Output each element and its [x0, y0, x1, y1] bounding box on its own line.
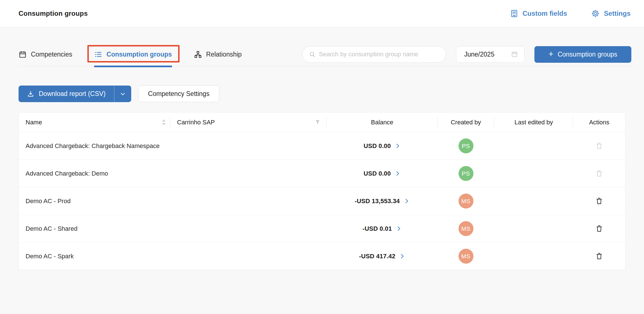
search-input[interactable]	[319, 51, 439, 58]
month-picker[interactable]: June/2025	[456, 46, 525, 63]
custom-fields-icon	[510, 9, 518, 18]
download-button-label: Download report (CSV)	[39, 90, 106, 98]
tab-consumption-groups[interactable]: Consumption groups	[94, 50, 172, 59]
created-by-cell: PS	[437, 138, 494, 153]
column-label-name: Name	[26, 119, 42, 126]
delete-button[interactable]	[595, 197, 604, 205]
table-body: Advanced Chargeback: Chargeback Namespac…	[19, 132, 625, 270]
chevron-right-icon[interactable]	[399, 253, 405, 259]
active-tab-indicator	[94, 66, 172, 67]
table-row: Advanced Chargeback: Chargeback Namespac…	[19, 132, 625, 160]
download-report-button[interactable]: Download report (CSV)	[19, 86, 114, 102]
column-header-last-edited-by: Last edited by	[494, 113, 573, 132]
column-header-carrinho-sap: Carrinho SAP	[170, 113, 327, 132]
actions-cell	[573, 142, 625, 150]
delete-button	[595, 169, 604, 178]
tab-label: Competencies	[31, 51, 72, 58]
balance-value: -USD 0.01	[362, 225, 392, 232]
delete-button[interactable]	[595, 252, 604, 261]
top-bar-actions: Custom fields Settings	[510, 9, 631, 18]
filter-icon[interactable]	[315, 119, 321, 125]
balance-cell: -USD 417.42	[327, 253, 437, 260]
table-row: Demo AC - Prod -USD 13,553.34 MS	[19, 187, 625, 215]
chevron-right-icon[interactable]	[395, 171, 401, 176]
group-name: Demo AC - Spark	[19, 244, 170, 269]
tab-bar: Competencies Consumption groups	[19, 50, 242, 59]
table-header: Name Carrinho SAP Balance Created by Las…	[19, 113, 625, 132]
created-by-cell: MS	[437, 194, 494, 208]
chevron-down-icon	[120, 91, 126, 97]
balance-value: -USD 417.42	[359, 253, 395, 260]
tab-competencies[interactable]: Competencies	[19, 50, 72, 59]
sort-icon	[162, 119, 166, 125]
table-row: Advanced Chargeback: Demo USD 0.00 PS	[19, 160, 625, 187]
add-button-label: Consumption groups	[558, 51, 617, 58]
settings-button[interactable]: Settings	[591, 9, 631, 18]
balance-cell: USD 0.00	[327, 170, 437, 177]
group-name: Advanced Chargeback: Demo	[19, 161, 170, 186]
tab-label: Consumption groups	[106, 51, 172, 58]
table-row: Demo AC - Spark -USD 417.42 MS	[19, 242, 625, 270]
created-by-cell: PS	[437, 166, 494, 181]
column-label-carrinho-sap: Carrinho SAP	[177, 119, 215, 126]
column-header-balance: Balance	[327, 113, 437, 132]
chevron-right-icon[interactable]	[404, 198, 410, 204]
avatar: MS	[459, 249, 473, 264]
main-content: Competencies Consumption groups	[0, 46, 644, 270]
actions-cell	[573, 224, 625, 233]
plus-icon: +	[548, 50, 554, 58]
gear-icon	[591, 9, 600, 18]
balance-cell: -USD 13,553.34	[327, 198, 437, 205]
actions-cell	[573, 169, 625, 178]
column-header-actions: Actions	[573, 113, 625, 132]
calendar-icon	[19, 50, 27, 59]
group-name: Demo AC - Prod	[19, 189, 170, 214]
add-consumption-group-button[interactable]: + Consumption groups	[534, 46, 631, 63]
tab-relationship[interactable]: Relationship	[194, 50, 242, 59]
download-icon	[27, 90, 34, 98]
competency-settings-button[interactable]: Competency Settings	[138, 86, 219, 102]
custom-fields-button[interactable]: Custom fields	[510, 9, 567, 18]
chevron-right-icon[interactable]	[395, 143, 401, 149]
download-options-caret[interactable]	[114, 86, 131, 102]
balance-value: USD 0.00	[364, 142, 391, 150]
page-title: Consumption groups	[19, 10, 88, 17]
actions-cell	[573, 252, 625, 261]
avatar: PS	[459, 138, 473, 153]
tab-label: Relationship	[206, 51, 242, 58]
custom-fields-label: Custom fields	[523, 10, 567, 17]
actions-cell	[573, 197, 625, 205]
balance-value: -USD 13,553.34	[355, 198, 400, 205]
balance-cell: -USD 0.01	[327, 225, 437, 232]
balance-value: USD 0.00	[364, 170, 391, 177]
column-header-name[interactable]: Name	[19, 113, 170, 132]
balance-cell: USD 0.00	[327, 142, 437, 150]
settings-label: Settings	[604, 10, 631, 17]
table-row: Demo AC - Shared -USD 0.01 MS	[19, 215, 625, 242]
group-name: Advanced Chargeback: Chargeback Namespac…	[19, 133, 170, 158]
avatar: MS	[459, 221, 473, 236]
avatar: PS	[459, 166, 473, 181]
chevron-right-icon[interactable]	[396, 226, 402, 232]
group-name: Demo AC - Shared	[19, 216, 170, 241]
top-bar: Consumption groups Custom fields Setting	[0, 0, 644, 27]
actions-bar: Download report (CSV) Competency Setting…	[19, 86, 631, 102]
avatar: MS	[459, 194, 473, 208]
column-header-created-by: Created by	[437, 113, 494, 132]
search-box	[302, 46, 446, 63]
list-icon	[94, 50, 102, 59]
toolbar: June/2025 + Consumption groups	[302, 46, 631, 63]
calendar-icon	[511, 51, 518, 58]
delete-button[interactable]	[595, 224, 604, 233]
created-by-cell: MS	[437, 221, 494, 236]
consumption-groups-table: Name Carrinho SAP Balance Created by Las…	[19, 112, 625, 270]
month-picker-value: June/2025	[464, 51, 494, 58]
search-icon	[309, 51, 316, 58]
created-by-cell: MS	[437, 249, 494, 264]
delete-button	[595, 142, 604, 150]
hierarchy-icon	[194, 50, 202, 59]
download-split-button: Download report (CSV)	[19, 86, 131, 102]
